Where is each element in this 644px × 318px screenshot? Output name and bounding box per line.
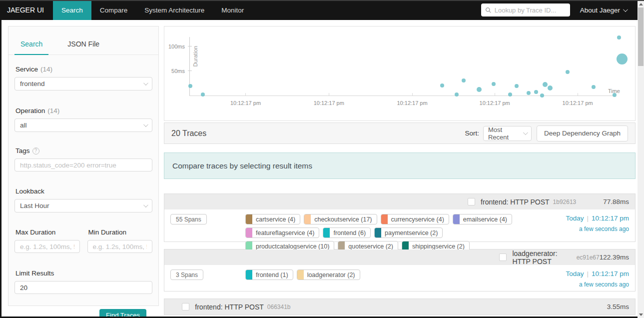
trace-time: 10:12:17 pm bbox=[592, 270, 629, 278]
lookback-select[interactable]: Last Hour bbox=[14, 199, 152, 212]
service-color-swatch bbox=[375, 228, 381, 238]
scatter-point[interactable] bbox=[440, 84, 444, 88]
help-icon[interactable]: ? bbox=[32, 148, 39, 154]
service-select[interactable]: frontend bbox=[14, 77, 152, 90]
trace-duration: 122.39ms bbox=[600, 254, 635, 261]
nav-right: About Jaeger bbox=[481, 0, 638, 20]
deep-dependency-graph-button[interactable]: Deep Dependency Graph bbox=[537, 126, 628, 142]
trace-duration: 3.55ms bbox=[607, 303, 635, 310]
trace-select-checkbox[interactable] bbox=[468, 198, 475, 206]
trace-card-header[interactable]: frontend: HTTP POST066341b3.55ms bbox=[164, 299, 635, 314]
limit-results-label: Limit Results bbox=[15, 270, 151, 277]
nav-item-compare[interactable]: Compare bbox=[91, 0, 136, 20]
nav-item-system-architecture[interactable]: System Architecture bbox=[136, 0, 213, 20]
window-top-edge bbox=[0, 0, 644, 1]
scatter-point[interactable] bbox=[613, 93, 617, 97]
x-tick-label: 10:12:17 pm bbox=[397, 100, 427, 106]
tab-json-file[interactable]: JSON File bbox=[67, 40, 99, 54]
y-tick-label: 50ms bbox=[171, 68, 185, 74]
trace-count: 20 Traces bbox=[171, 129, 206, 138]
scatter-point[interactable] bbox=[548, 86, 553, 90]
search-sidebar: Search JSON File Service (14) frontend O… bbox=[8, 26, 159, 306]
trace-relative-time: a few seconds ago bbox=[566, 226, 629, 232]
scatter-point[interactable] bbox=[543, 82, 548, 87]
compare-banner-text: Compare traces by selecting result items bbox=[172, 162, 312, 170]
navbar: JAEGER UI SearchCompareSystem Architectu… bbox=[0, 0, 638, 20]
span-count-chip: 55 Spans bbox=[170, 214, 207, 224]
scrollbar-thumb[interactable] bbox=[638, 8, 644, 66]
service-value: frontend bbox=[20, 80, 45, 88]
service-tag-label: frontend (1) bbox=[252, 270, 293, 280]
duration-scatter-card: Duration Time 50ms100ms 10:12:17 pm10:12… bbox=[164, 26, 636, 121]
operation-count: (14) bbox=[47, 107, 59, 114]
scatter-point[interactable] bbox=[477, 87, 482, 92]
service-color-swatch bbox=[323, 228, 330, 238]
tags-input[interactable] bbox=[14, 158, 152, 172]
operation-select[interactable]: all bbox=[14, 118, 152, 132]
service-color-swatch bbox=[246, 228, 252, 238]
scatter-point[interactable] bbox=[617, 54, 628, 64]
scatter-point[interactable] bbox=[540, 94, 544, 98]
lookback-label: Lookback bbox=[15, 188, 151, 195]
max-duration-input[interactable] bbox=[14, 240, 80, 253]
about-jaeger-menu[interactable]: About Jaeger bbox=[580, 6, 627, 14]
trace-select-checkbox[interactable] bbox=[499, 254, 507, 261]
scatter-point[interactable] bbox=[617, 36, 621, 40]
service-tag: cartservice (4) bbox=[245, 214, 300, 224]
service-tag: loadgenerator (2) bbox=[297, 270, 360, 280]
nav-item-search[interactable]: Search bbox=[53, 0, 91, 20]
scatter-point[interactable] bbox=[462, 78, 466, 82]
trace-card-header[interactable]: loadgenerator: HTTP POSTec91e67122.39ms bbox=[164, 250, 635, 265]
x-tick-mark bbox=[578, 93, 578, 96]
scatter-point[interactable] bbox=[527, 91, 531, 95]
service-color-swatch bbox=[297, 270, 304, 280]
chevron-down-icon bbox=[143, 80, 148, 86]
vertical-scrollbar[interactable] bbox=[638, 1, 644, 318]
trace-title[interactable]: frontend: HTTP POST bbox=[195, 303, 263, 311]
scatter-point[interactable] bbox=[534, 90, 538, 94]
tab-search[interactable]: Search bbox=[20, 40, 42, 54]
trace-title[interactable]: frontend: HTTP POST bbox=[481, 198, 549, 206]
compare-banner: Compare traces by selecting result items bbox=[164, 152, 636, 179]
service-tag-label: emailservice (4) bbox=[460, 214, 512, 224]
scroll-down-arrow[interactable] bbox=[638, 312, 644, 318]
scatter-point[interactable] bbox=[515, 84, 519, 88]
limit-results-input[interactable] bbox=[14, 281, 152, 294]
sidebar-tabs: Search JSON File bbox=[8, 26, 158, 55]
sort-select[interactable]: Most Recent bbox=[483, 126, 532, 141]
trace-card: frontend: HTTP POST066341b3.55ms bbox=[164, 298, 636, 315]
x-tick-label: 10:12:17 pm bbox=[230, 100, 261, 106]
trace-title[interactable]: loadgenerator: HTTP POST bbox=[512, 250, 573, 266]
trace-select-checkbox[interactable] bbox=[182, 303, 189, 310]
scatter-point[interactable] bbox=[492, 82, 496, 86]
x-tick-label: 10:12:17 pm bbox=[314, 100, 344, 106]
trace-card-header[interactable]: frontend: HTTP POST1b9261377.88ms bbox=[164, 194, 635, 210]
search-icon bbox=[485, 7, 492, 14]
scatter-point[interactable] bbox=[508, 92, 512, 96]
scatter-point[interactable] bbox=[592, 85, 596, 89]
scroll-up-arrow[interactable] bbox=[638, 1, 644, 7]
trace-time: 10:12:17 pm bbox=[592, 214, 629, 222]
timestamp-divider: | bbox=[584, 270, 592, 278]
timestamp-divider: | bbox=[584, 214, 592, 222]
service-tag-label: frontend (6) bbox=[330, 228, 370, 238]
service-tag: checkoutservice (17) bbox=[304, 214, 377, 224]
service-tag: featureflagservice (4) bbox=[245, 228, 319, 238]
service-color-swatch bbox=[246, 270, 252, 280]
scatter-point[interactable] bbox=[566, 70, 570, 74]
scatter-point[interactable] bbox=[188, 84, 192, 88]
scatter-point[interactable] bbox=[455, 92, 459, 96]
y-axis-label: Duration bbox=[192, 46, 198, 67]
scatter-point[interactable] bbox=[201, 92, 205, 96]
service-tag: frontend (1) bbox=[245, 270, 293, 280]
limit-results-label-text: Limit Results bbox=[15, 270, 54, 277]
service-tag: paymentservice (2) bbox=[374, 228, 443, 238]
x-tick-mark bbox=[245, 93, 246, 96]
service-tags: frontend (1)loadgenerator (2) bbox=[245, 270, 525, 280]
trace-lookup-input[interactable] bbox=[495, 6, 566, 14]
min-duration-input[interactable] bbox=[87, 240, 153, 253]
trace-lookup-box[interactable] bbox=[481, 4, 570, 16]
nav-item-monitor[interactable]: Monitor bbox=[213, 0, 252, 20]
sort-label: Sort: bbox=[465, 130, 479, 137]
trace-id: ec91e67 bbox=[577, 254, 600, 261]
